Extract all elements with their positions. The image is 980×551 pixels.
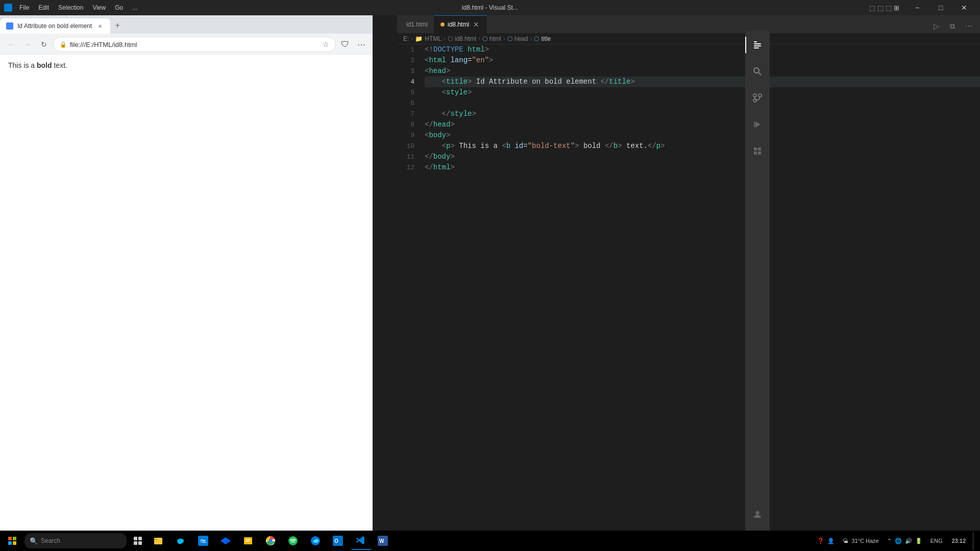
split-editor-icon[interactable]: ⬚ <box>877 4 884 12</box>
head-tag-icon: ⬡ <box>507 35 512 42</box>
panel-layout-icon[interactable]: ⬚ <box>886 4 892 12</box>
code-line-10: <p> This is a <b id="bold-text"> bold </… <box>425 141 980 152</box>
taskbar-app-outlook[interactable]: O <box>329 532 349 550</box>
svg-rect-22 <box>138 541 142 545</box>
close-button[interactable]: ✕ <box>952 0 976 15</box>
edge2-icon <box>310 536 321 546</box>
weather-icon: 🌤 <box>843 538 848 544</box>
spotify-icon <box>288 536 298 546</box>
svg-rect-1 <box>754 41 757 42</box>
page-paragraph: This is a bold text. <box>8 61 364 69</box>
code-editor[interactable]: 1 2 3 4 5 6 7 8 9 10 11 12 <!DOCTYPE h <box>397 44 980 540</box>
text-before-bold: This is a <box>8 61 37 69</box>
new-tab-button[interactable]: + <box>110 18 125 33</box>
menu-edit[interactable]: Edit <box>34 3 53 12</box>
minimize-button[interactable]: − <box>905 0 929 15</box>
menu-more[interactable]: ... <box>128 3 141 12</box>
tab-id1-html[interactable]: id1.html <box>397 15 434 33</box>
menu-selection[interactable]: Selection <box>54 3 87 12</box>
svg-rect-25 <box>154 538 158 539</box>
breadcrumb: E: › 📁 HTML › ⬡ id8.html › ⬡ html › <box>397 33 980 44</box>
svg-rect-13 <box>758 147 761 151</box>
breadcrumb-file-text: id8.html <box>455 35 476 42</box>
menu-view[interactable]: View <box>88 3 110 12</box>
tab-close-button[interactable]: ✕ <box>96 22 104 30</box>
browser-menu-button[interactable]: ⋯ <box>354 37 369 52</box>
browser-content: This is a bold text. <box>0 55 373 551</box>
ln-7: 7 <box>397 109 419 119</box>
vscode-logo-icon <box>4 4 12 12</box>
network-icon: 🌐 <box>895 538 902 544</box>
taskbar-app-dropbox[interactable] <box>216 532 237 550</box>
svg-rect-14 <box>754 152 757 155</box>
bookmark-icon[interactable]: ☆ <box>323 40 329 48</box>
system-tray[interactable]: ❓ 👤 <box>814 538 838 544</box>
html-tag-icon: ⬡ <box>482 35 487 42</box>
taskbar-app-explorer[interactable] <box>149 532 169 550</box>
svg-point-7 <box>753 94 756 97</box>
menu-file[interactable]: File <box>15 3 33 12</box>
system-clock[interactable]: 23:12 <box>947 538 970 544</box>
taskbar-app-store[interactable]: 🛍 <box>194 532 214 550</box>
breadcrumb-drive[interactable]: E: <box>403 35 409 42</box>
split-editor-button[interactable]: ⧉ <box>945 19 960 33</box>
tab-title: Id Attribute on bold element <box>17 22 92 30</box>
weather-text: 31°C Haze <box>851 538 878 544</box>
taskbar-app-chrome[interactable] <box>261 532 282 550</box>
activity-source-control[interactable] <box>745 86 770 110</box>
activity-search[interactable] <box>745 59 770 84</box>
breadcrumb-head-tag[interactable]: ⬡ head <box>507 35 528 42</box>
breadcrumb-folder[interactable]: 📁 HTML <box>415 35 442 42</box>
activity-account[interactable] <box>745 502 770 527</box>
run-button[interactable]: ▷ <box>929 19 943 33</box>
taskbar-app-word[interactable]: W <box>374 532 394 550</box>
svg-rect-21 <box>134 541 137 545</box>
ln-5: 5 <box>397 87 419 98</box>
search-icon: 🔍 <box>30 537 38 545</box>
ln-2: 2 <box>397 55 419 66</box>
address-bar[interactable]: 🔒 file:///E:/HTML/id8.html ☆ <box>53 37 336 52</box>
files-icon <box>243 536 253 546</box>
activity-run-debug[interactable] <box>745 112 770 137</box>
breadcrumb-title-tag[interactable]: ⬡ title <box>534 35 551 42</box>
back-button[interactable]: ← <box>4 37 18 52</box>
taskbar-app-edge2[interactable] <box>306 532 327 550</box>
store-icon: 🛍 <box>198 536 208 546</box>
code-line-9: <body> <box>425 130 980 141</box>
menu-go[interactable]: Go <box>111 3 127 12</box>
browser-shield-icon[interactable]: 🛡 <box>338 37 352 52</box>
ln-8: 8 <box>397 119 419 130</box>
window-controls: − □ ✕ <box>905 0 976 15</box>
taskbar-search[interactable]: 🔍 Search <box>24 533 127 548</box>
activity-explorer[interactable] <box>745 33 770 57</box>
start-button[interactable] <box>2 531 22 551</box>
lang-indicator[interactable]: ENG <box>927 538 946 544</box>
forward-button[interactable]: → <box>20 37 35 52</box>
breadcrumb-file[interactable]: ⬡ id8.html <box>448 35 476 42</box>
more-actions-button[interactable]: ⋯ <box>962 19 976 33</box>
browser-tab-active[interactable]: Id Attribute on bold element ✕ <box>0 18 110 34</box>
tab-id8-html[interactable]: id8.html ✕ <box>434 15 487 33</box>
tab-favicon <box>6 22 13 30</box>
system-icons[interactable]: ⌃ 🌐 🔊 🔋 <box>884 538 925 544</box>
code-line-5: <style> <box>425 87 980 98</box>
refresh-button[interactable]: ↻ <box>37 37 51 52</box>
weather-widget[interactable]: 🌤 31°C Haze <box>840 538 881 544</box>
chrome-icon <box>265 536 276 546</box>
svg-rect-19 <box>134 537 137 540</box>
taskbar-app-edge[interactable] <box>172 532 192 550</box>
svg-point-0 <box>8 24 12 28</box>
tab-close-icon[interactable]: ✕ <box>472 20 480 29</box>
task-view-button[interactable] <box>129 532 147 550</box>
maximize-button[interactable]: □ <box>929 0 952 15</box>
activity-extensions[interactable] <box>745 139 770 163</box>
taskbar-app-vscode[interactable] <box>351 532 372 550</box>
taskbar-app-spotify[interactable] <box>284 532 304 550</box>
breadcrumb-html-tag[interactable]: ⬡ html <box>482 35 501 42</box>
taskbar-app-files[interactable] <box>239 532 259 550</box>
customize-layout-icon[interactable]: ⊞ <box>894 4 899 12</box>
code-content[interactable]: <!DOCTYPE html> <html lang="en"> <head> … <box>423 44 980 540</box>
url-text: file:///E:/HTML/id8.html <box>70 41 320 48</box>
sidebar-layout-icon[interactable]: ⬚ <box>869 4 875 12</box>
show-desktop-button[interactable] <box>973 532 976 550</box>
